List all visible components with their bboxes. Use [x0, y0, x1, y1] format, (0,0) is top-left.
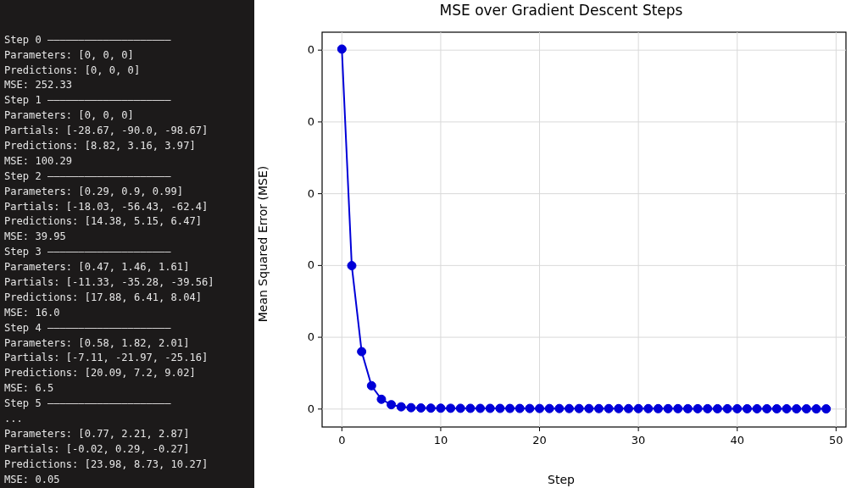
terminal-line: MSE: 39.95 [4, 230, 250, 245]
chart-data-point [397, 402, 405, 411]
terminal-line: Parameters: [0.58, 1.82, 2.01] [4, 336, 250, 352]
chart-data-point [733, 404, 742, 413]
svg-text:20: 20 [307, 330, 314, 343]
chart-data-point [693, 404, 702, 413]
terminal-line: Partials: [-18.03, -56.43, -62.4] [4, 200, 250, 215]
chart-xlabel: Step [254, 473, 868, 486]
chart-data-point [664, 404, 672, 413]
chart-data-point [555, 404, 564, 413]
terminal-line: MSE: 100.29 [4, 154, 250, 169]
chart-ylabel: Mean Squared Error (MSE) [256, 166, 270, 323]
chart-data-point [674, 404, 682, 413]
chart-data-point [437, 404, 445, 413]
terminal-line: Step 2 ———————————————————— [4, 169, 250, 185]
terminal-line: Partials: [-28.67, -90.0, -98.67] [4, 124, 250, 139]
terminal-line: Predictions: [0, 0, 0] [4, 64, 250, 79]
chart-data-point [772, 405, 781, 413]
terminal-line: Predictions: [23.98, 8.73, 10.27] [4, 458, 250, 473]
chart-data-point [585, 404, 593, 413]
chart-plot: 01020304050020406080100 [307, 25, 854, 452]
svg-text:100: 100 [307, 43, 314, 56]
svg-text:40: 40 [307, 258, 314, 271]
chart-data-point [367, 381, 376, 390]
chart-data-point [426, 404, 435, 413]
chart-data-point [704, 404, 712, 413]
terminal-line: Partials: [-0.02, 0.29, -0.27] [4, 442, 250, 458]
terminal-line: Predictions: [8.82, 3.16, 3.97] [4, 139, 250, 154]
chart-data-point [812, 405, 821, 413]
chart-data-point [644, 404, 653, 413]
chart-title: MSE over Gradient Descent Steps [254, 2, 868, 19]
terminal-line: Predictions: [14.38, 5.15, 6.47] [4, 214, 250, 230]
chart-data-point [604, 404, 613, 413]
chart-data-point [634, 404, 643, 413]
chart-series-line [342, 49, 826, 409]
terminal-line: MSE: 0.05 [4, 473, 250, 488]
terminal-line: Parameters: [0.77, 2.21, 2.87] [4, 427, 250, 442]
chart-data-point [358, 347, 366, 356]
chart-data-point [654, 404, 662, 413]
terminal-line: ... [4, 412, 250, 427]
chart-data-point [822, 405, 831, 413]
chart-data-point [615, 404, 623, 413]
terminal-line: Parameters: [0.29, 0.9, 0.99] [4, 185, 250, 200]
chart-data-point [782, 405, 791, 413]
chart-data-point [526, 404, 534, 413]
chart-data-point [447, 404, 455, 413]
svg-text:80: 80 [307, 115, 314, 128]
chart-data-point [743, 404, 751, 413]
chart-data-point [565, 404, 574, 413]
chart-data-point [793, 405, 801, 413]
chart-data-point [536, 404, 544, 413]
terminal-line: Predictions: [20.09, 7.2, 9.02] [4, 366, 250, 381]
chart-data-point [407, 403, 415, 412]
svg-rect-0 [322, 32, 846, 427]
chart-data-point [348, 262, 356, 270]
svg-text:0: 0 [338, 434, 345, 446]
terminal-line: Parameters: [0, 0, 0] [4, 48, 250, 64]
chart-data-point [496, 404, 504, 413]
terminal-line: Partials: [-7.11, -21.97, -25.16] [4, 351, 250, 366]
svg-text:60: 60 [307, 187, 314, 200]
terminal-line: Step 0 ———————————————————— [4, 33, 250, 48]
terminal-output: Step 0 ————————————————————Parameters: [… [0, 0, 254, 488]
chart-data-point [515, 404, 524, 413]
chart-data-point [683, 404, 692, 413]
chart-data-point [594, 404, 603, 413]
chart-data-point [753, 404, 761, 413]
svg-text:0: 0 [308, 402, 314, 415]
chart-data-point [486, 404, 494, 413]
svg-text:30: 30 [632, 434, 646, 446]
chart-data-point [476, 404, 485, 413]
chart-data-point [575, 404, 583, 413]
chart-data-point [624, 404, 632, 413]
terminal-line: Step 3 ———————————————————— [4, 245, 250, 260]
chart-data-point [377, 395, 386, 403]
chart-data-point [506, 404, 515, 413]
chart-panel: MSE over Gradient Descent Steps Mean Squ… [254, 0, 868, 488]
chart-data-point [456, 404, 465, 413]
terminal-line: Parameters: [0.47, 1.46, 1.61] [4, 260, 250, 275]
terminal-line: Step 4 ———————————————————— [4, 321, 250, 336]
terminal-line: Parameters: [0, 0, 0] [4, 108, 250, 124]
svg-text:20: 20 [532, 434, 547, 446]
chart-data-point [417, 404, 426, 413]
chart-data-point [466, 404, 475, 413]
svg-text:50: 50 [829, 434, 843, 446]
chart-data-point [763, 404, 771, 413]
chart-data-point [337, 45, 346, 53]
terminal-line: Partials: [-11.33, -35.28, -39.56] [4, 275, 250, 291]
chart-data-point [545, 404, 554, 413]
terminal-line: Predictions: [17.88, 6.41, 8.04] [4, 291, 250, 306]
chart-data-point [802, 405, 810, 413]
terminal-line: MSE: 252.33 [4, 78, 250, 93]
terminal-line: Step 5 ———————————————————— [4, 396, 250, 412]
chart-data-point [723, 404, 732, 413]
svg-text:10: 10 [434, 434, 448, 446]
terminal-line: Step 1 ———————————————————— [4, 93, 250, 108]
chart-data-point [387, 401, 396, 409]
terminal-line: MSE: 6.5 [4, 381, 250, 396]
chart-data-point [713, 404, 721, 413]
svg-text:40: 40 [730, 434, 744, 446]
terminal-line: MSE: 16.0 [4, 306, 250, 321]
